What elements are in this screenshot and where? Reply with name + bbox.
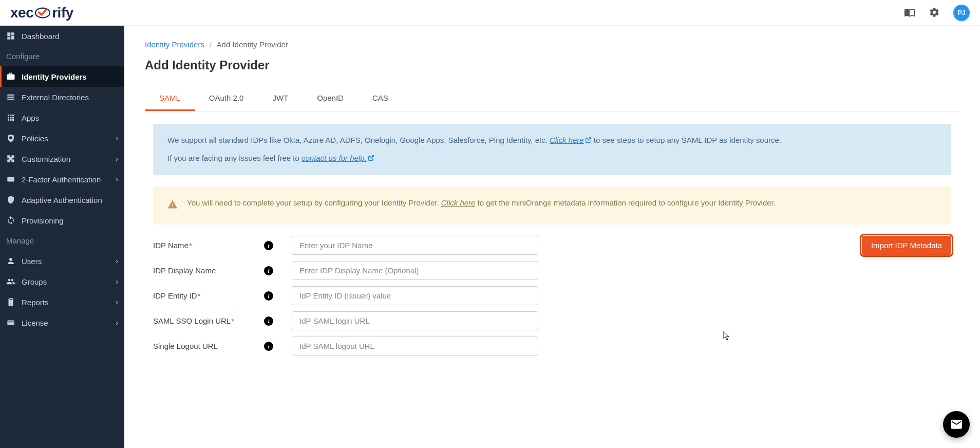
label-saml-sso-url: SAML SSO Login URL [153, 316, 231, 325]
avatar[interactable]: PJ [953, 5, 970, 21]
sidebar-item-reports[interactable]: Reports › [0, 292, 124, 312]
list-icon [6, 92, 15, 102]
sidebar-item-customization[interactable]: Customization › [0, 148, 124, 169]
sidebar-item-label: 2-Factor Authentication [22, 175, 101, 184]
breadcrumb-link[interactable]: Identity Providers [145, 40, 204, 49]
idp-entity-id-input[interactable] [292, 286, 538, 305]
sidebar-item-policies[interactable]: Policies › [0, 128, 124, 148]
user-icon [6, 256, 15, 266]
breadcrumb: Identity Providers / Add Identity Provid… [145, 40, 959, 49]
external-link-icon [585, 135, 592, 147]
tab-saml[interactable]: SAML [145, 85, 195, 111]
tabs: SAML OAuth 2.0 JWT OpenID CAS [145, 85, 959, 111]
label-single-logout-url: Single Logout URL [153, 342, 218, 350]
tab-jwt[interactable]: JWT [258, 85, 303, 111]
sync-icon [6, 216, 15, 225]
saml-sso-url-input[interactable] [292, 311, 538, 330]
chevron-right-icon: › [116, 155, 118, 163]
sidebar-item-identity-providers[interactable]: Identity Providers [0, 66, 124, 87]
puzzle-icon [6, 154, 15, 163]
sidebar-item-label: External Directories [22, 93, 89, 102]
external-link-icon [368, 153, 374, 165]
warning-icon [167, 198, 178, 214]
tab-cas[interactable]: CAS [358, 85, 403, 111]
form-row-idp-name: IDP Name* i Import IDP Metadata [153, 236, 951, 255]
form-row-saml-sso-login-url: SAML SSO Login URL* i [153, 311, 951, 330]
info-icon[interactable]: i [264, 291, 273, 301]
sidebar-item-label: Identity Providers [22, 72, 87, 81]
info-icon[interactable]: i [264, 342, 273, 351]
gear-icon[interactable] [929, 7, 941, 19]
chevron-right-icon: › [116, 277, 118, 286]
form-row-idp-entity-id: IDP Entity ID* i [153, 286, 951, 305]
sidebar: Dashboard Configure Identity Providers E… [0, 26, 124, 448]
sidebar-item-license[interactable]: License › [0, 312, 124, 333]
sidebar-item-label: License [22, 319, 48, 327]
top-header: xec rify PJ [0, 0, 980, 26]
info-icon[interactable]: i [264, 316, 273, 326]
shield-check-icon [6, 195, 15, 204]
sidebar-item-adaptive-auth[interactable]: Adaptive Authentication [0, 190, 124, 210]
required-marker: * [189, 241, 192, 250]
sidebar-item-label: Customization [22, 155, 70, 163]
import-idp-metadata-button[interactable]: Import IDP Metadata [862, 236, 951, 255]
clipboard-icon [6, 297, 15, 307]
sidebar-item-label: Groups [22, 277, 47, 286]
logo-text-2: rify [52, 5, 73, 21]
warning-text: to get the miniOrange metadata informati… [475, 198, 776, 207]
contact-link[interactable]: contact us for help. [301, 154, 374, 162]
header-right: PJ [904, 5, 970, 21]
required-marker: * [231, 316, 234, 325]
sidebar-item-label: Apps [22, 114, 39, 122]
click-here-link-2[interactable]: Click here [441, 198, 476, 207]
info-icon[interactable]: i [264, 241, 273, 250]
main-content: Identity Providers / Add Identity Provid… [124, 26, 980, 448]
sidebar-item-provisioning[interactable]: Provisioning [0, 210, 124, 231]
idp-display-name-input[interactable] [292, 261, 538, 280]
click-here-link[interactable]: Click here [550, 136, 592, 144]
info-icon[interactable]: i [264, 266, 273, 275]
svg-rect-1 [7, 177, 14, 182]
briefcase-icon [6, 72, 15, 81]
form-row-idp-display-name: IDP Display Name i [153, 261, 951, 280]
warning-alert: You will need to complete your setup by … [153, 186, 951, 225]
keypad-icon [6, 175, 15, 184]
logo-check-icon [34, 5, 51, 21]
form: IDP Name* i Import IDP Metadata IDP Disp… [145, 236, 959, 356]
chevron-right-icon: › [116, 257, 118, 265]
mail-icon [950, 418, 963, 431]
required-marker: * [198, 291, 201, 300]
chat-bubble[interactable] [943, 411, 970, 438]
idp-name-input[interactable] [292, 236, 538, 255]
sidebar-item-2fa[interactable]: 2-Factor Authentication › [0, 169, 124, 190]
info-text: If you are facing any issues feel free t… [167, 154, 301, 162]
sidebar-item-external-directories[interactable]: External Directories [0, 87, 124, 107]
sidebar-item-groups[interactable]: Groups › [0, 271, 124, 292]
card-icon [6, 318, 15, 327]
info-text: We support all standard IDPs like Okta, … [167, 136, 550, 144]
chevron-right-icon: › [116, 298, 118, 306]
logo-text-1: xec [10, 5, 33, 21]
svg-rect-2 [7, 321, 14, 325]
sidebar-item-apps[interactable]: Apps [0, 107, 124, 128]
form-row-single-logout-url: Single Logout URL i [153, 337, 951, 356]
info-text: to see steps to setup any SAML IDP as id… [592, 136, 781, 144]
sidebar-item-label: Provisioning [22, 216, 64, 225]
chevron-right-icon: › [116, 319, 118, 327]
sidebar-item-label: Reports [22, 298, 49, 307]
book-icon[interactable] [904, 7, 916, 19]
info-alert: We support all standard IDPs like Okta, … [153, 124, 951, 175]
single-logout-url-input[interactable] [292, 337, 538, 356]
breadcrumb-separator: / [210, 40, 212, 49]
sidebar-item-dashboard[interactable]: Dashboard [0, 26, 124, 46]
group-icon [6, 277, 15, 286]
logo[interactable]: xec rify [10, 5, 73, 21]
chevron-right-icon: › [116, 134, 118, 142]
sidebar-section-manage: Manage [0, 231, 124, 251]
tab-openid[interactable]: OpenID [303, 85, 358, 111]
tab-oauth[interactable]: OAuth 2.0 [195, 85, 258, 111]
sidebar-item-users[interactable]: Users › [0, 251, 124, 271]
sidebar-item-label: Users [22, 257, 42, 266]
breadcrumb-current: Add Identity Provider [217, 40, 288, 49]
grid-icon [6, 113, 15, 122]
